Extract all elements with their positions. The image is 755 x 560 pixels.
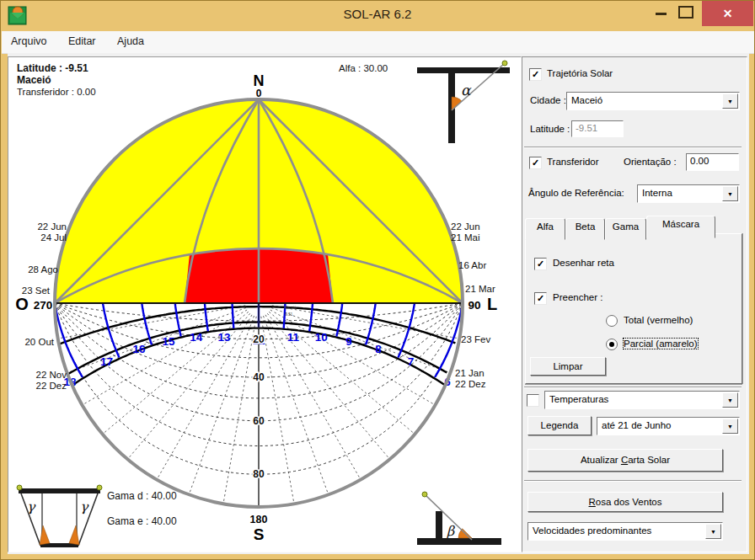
hour-label: 13 — [218, 331, 232, 344]
cardinal-south: S — [254, 525, 265, 543]
altitude-ring-label: 20 — [253, 333, 265, 345]
main-content: 678910111213141516171820406080N0180SO270… — [8, 53, 749, 554]
total-label: Total (vermelho) — [624, 315, 693, 325]
chart-alfa-label: Alfa : 30.00 — [339, 62, 388, 74]
hour-label: 7 — [408, 355, 415, 368]
chart-city-label: Maceió — [17, 74, 96, 86]
date-label-left: 23 Set — [22, 285, 51, 296]
altitude-ring-label: 80 — [253, 468, 265, 480]
trajetoria-checkbox[interactable]: ✓ — [529, 68, 542, 81]
menu-bar: Arquivo Editar Ajuda — [2, 31, 755, 54]
rosa-label-underline: R — [589, 497, 596, 507]
beta-sun-dot — [422, 492, 427, 497]
hour-label: 11 — [287, 331, 300, 344]
atualizar-label: Atualizar — [581, 455, 621, 465]
date-label-left: 20 Out — [24, 337, 54, 347]
date-label-right: 16 Abr — [458, 260, 486, 270]
west-degree: 270 — [34, 299, 53, 312]
protractor-radial — [223, 317, 256, 503]
chart-latitude-label: Latitude : -9.51 — [17, 62, 96, 74]
south-degree: 180 — [250, 514, 268, 525]
hour-label: 15 — [163, 335, 176, 348]
dropdown-arrow-icon[interactable]: ▼ — [722, 419, 738, 434]
date-label-left: 28 Ago — [28, 264, 58, 275]
app-window: SOL-AR 6.2 ✕ Arquivo Editar Ajuda 678910… — [0, 0, 755, 560]
transferidor-checkbox[interactable]: ✓ — [529, 157, 542, 169]
cardinal-north: N — [254, 72, 265, 89]
gamma-symbol: γ — [27, 499, 36, 515]
beta-icon — [436, 511, 442, 545]
atualizar-button[interactable]: Atualizar Carta Solar — [527, 449, 723, 472]
menu-editar[interactable]: Editar — [59, 31, 105, 53]
east-degree: 90 — [468, 299, 480, 312]
limpar-button[interactable]: Limpar — [530, 357, 606, 376]
data-select-value: até 21 de Junho — [602, 420, 672, 430]
separator — [524, 147, 742, 148]
cidade-value: Maceió — [571, 95, 602, 105]
date-label-left: 22 Jun — [37, 221, 67, 232]
hour-label: 16 — [133, 343, 147, 355]
angulo-select[interactable]: Interna ▼ — [637, 184, 740, 203]
desenhar-checkbox[interactable]: ✓ — [534, 258, 547, 270]
gama-d-label: Gama d : 40.00 — [107, 490, 177, 502]
temperaturas-select[interactable]: Temperaturas ▼ — [544, 391, 740, 409]
menu-arquivo[interactable]: Arquivo — [2, 31, 56, 53]
angulo-value: Interna — [642, 188, 672, 198]
hour-label: 17 — [100, 355, 113, 368]
tab-beta[interactable]: Beta — [565, 218, 605, 240]
solar-chart-panel[interactable]: 678910111213141516171820406080N0180SO270… — [8, 56, 522, 552]
alpha-symbol: α — [461, 82, 472, 99]
date-label-left: 22 Dez — [36, 381, 67, 391]
velocidades-select[interactable]: Velocidades predominantes ▼ — [527, 522, 723, 541]
gamma-sun-dot — [97, 485, 102, 490]
gamma-symbol: γ — [80, 499, 89, 515]
parcial-radio[interactable] — [606, 339, 618, 350]
solar-chart-canvas[interactable]: 678910111213141516171820406080N0180SO270… — [8, 57, 519, 550]
temperaturas-checkbox[interactable] — [527, 394, 539, 407]
dropdown-arrow-icon[interactable]: ▼ — [722, 392, 738, 408]
chart-info-block: Latitude : -9.51 Maceió Transferidor : 0… — [17, 62, 96, 98]
gama-e-label: Gama e : 40.00 — [107, 515, 177, 527]
gamma-icon — [19, 488, 100, 493]
cardinal-west: O — [15, 295, 29, 313]
dropdown-arrow-icon[interactable]: ▼ — [722, 93, 738, 109]
alpha-sun-dot — [502, 61, 507, 66]
date-label-right: 21 Mai — [451, 232, 480, 243]
north-degree: 0 — [256, 88, 262, 99]
title-bar: SOL-AR 6.2 ✕ — [1, 1, 754, 31]
separator — [524, 480, 742, 482]
beta-symbol: β — [447, 523, 456, 539]
date-label-left: 22 Nov — [36, 370, 67, 380]
rosa-ventos-button[interactable]: Rosa dos Ventos — [527, 492, 723, 512]
date-label-right: 22 Jun — [451, 221, 480, 232]
tab-gama[interactable]: Gama — [605, 218, 646, 240]
hour-label: 9 — [345, 335, 352, 348]
date-label-right: 23 Fev — [461, 334, 490, 344]
dropdown-arrow-icon[interactable]: ▼ — [722, 186, 738, 201]
dropdown-arrow-icon[interactable]: ▼ — [705, 524, 721, 539]
sun-date-curve — [67, 323, 447, 375]
minimize-button[interactable] — [656, 13, 667, 15]
preencher-checkbox[interactable]: ✓ — [534, 292, 547, 305]
preencher-label: Preencher : — [553, 292, 602, 302]
latitude-field[interactable]: -9.51 — [571, 120, 624, 137]
cidade-select[interactable]: Maceió ▼ — [566, 92, 740, 110]
close-button[interactable]: ✕ — [702, 1, 753, 26]
control-panel: ✓ Trajetória Solar Cidade : Maceió ▼ Lat… — [522, 56, 747, 552]
maximize-button[interactable] — [678, 6, 693, 19]
legenda-button[interactable]: Legenda — [527, 416, 592, 435]
parcial-label: Parcial (amarelo) — [624, 339, 698, 349]
menu-ajuda[interactable]: Ajuda — [108, 31, 153, 53]
hour-label: 8 — [375, 343, 382, 355]
gamma-angle-wedge — [69, 525, 79, 545]
protractor-radial — [261, 317, 294, 503]
orientacao-input[interactable]: 0.00 — [686, 153, 739, 171]
tab-mascara[interactable]: Máscara — [646, 216, 715, 238]
tab-alfa[interactable]: Alfa — [525, 218, 565, 240]
separator — [524, 387, 742, 388]
atualizar-label-underline: C — [621, 455, 628, 465]
data-select[interactable]: até 21 de Junho ▼ — [597, 417, 740, 435]
orientacao-label: Orientação : — [624, 157, 677, 167]
total-radio[interactable] — [606, 315, 618, 327]
velocidades-value: Velocidades predominantes — [533, 525, 651, 536]
